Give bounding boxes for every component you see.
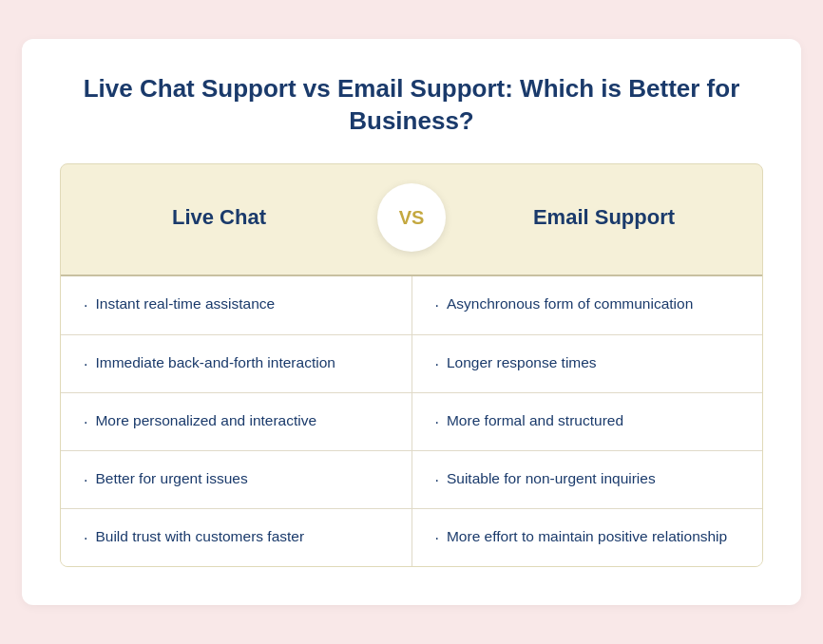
page-title: Live Chat Support vs Email Support: Whic… <box>60 73 763 138</box>
table-row: · Instant real-time assistance · Asynchr… <box>61 276 762 334</box>
table-row: · Immediate back-and-forth interaction ·… <box>61 335 762 393</box>
cell-text: Immediate back-and-forth interaction <box>95 352 335 373</box>
cell-content: · Immediate back-and-forth interaction <box>84 352 335 375</box>
cell-left-3: · More personalized and interactive <box>61 393 412 450</box>
cell-text: More personalized and interactive <box>95 410 316 431</box>
cell-left-5: · Build trust with customers faster <box>61 509 412 566</box>
cell-left-1: · Instant real-time assistance <box>61 276 412 333</box>
cell-content: · Instant real-time assistance <box>84 294 275 316</box>
cell-content: · More personalized and interactive <box>84 410 316 433</box>
cell-right-3: · More formal and structured <box>412 393 763 450</box>
cell-content: · More formal and structured <box>435 410 624 433</box>
cell-right-1: · Asynchronous form of communication <box>412 276 763 333</box>
cell-text: Build trust with customers faster <box>95 526 304 547</box>
bullet-icon: · <box>84 469 87 491</box>
cell-text: More formal and structured <box>447 410 623 431</box>
cell-left-4: · Better for urgent issues <box>61 451 412 508</box>
cell-content: · Build trust with customers faster <box>84 526 304 549</box>
table-header: Live Chat VS Email Support <box>61 164 762 275</box>
cell-text: Instant real-time assistance <box>95 294 275 314</box>
cell-content: · Longer response times <box>435 352 597 375</box>
email-support-header: Email Support <box>446 205 762 230</box>
table-body: · Instant real-time assistance · Asynchr… <box>61 275 762 566</box>
bullet-icon: · <box>435 411 439 433</box>
cell-right-2: · Longer response times <box>412 335 763 392</box>
bullet-icon: · <box>435 469 439 491</box>
bullet-icon: · <box>435 527 439 549</box>
cell-content: · Better for urgent issues <box>84 468 248 491</box>
cell-right-5: · More effort to maintain positive relat… <box>412 509 763 566</box>
comparison-table: Live Chat VS Email Support · Instant rea… <box>60 163 763 567</box>
cell-text: More effort to maintain positive relatio… <box>447 526 727 547</box>
cell-text: Asynchronous form of communication <box>447 294 693 314</box>
cell-text: Suitable for non-urgent inquiries <box>447 468 656 489</box>
cell-text: Longer response times <box>447 352 597 373</box>
cell-content: · Suitable for non-urgent inquiries <box>435 468 656 491</box>
bullet-icon: · <box>84 294 87 316</box>
bullet-icon: · <box>84 411 87 433</box>
main-card: Live Chat Support vs Email Support: Whic… <box>22 39 801 606</box>
bullet-icon: · <box>84 527 87 549</box>
cell-left-2: · Immediate back-and-forth interaction <box>61 335 412 392</box>
cell-content: · Asynchronous form of communication <box>435 294 694 316</box>
cell-text: Better for urgent issues <box>95 468 247 489</box>
vs-badge: VS <box>377 183 446 252</box>
table-row: · Better for urgent issues · Suitable fo… <box>61 451 762 509</box>
table-row: · More personalized and interactive · Mo… <box>61 393 762 451</box>
table-row: · Build trust with customers faster · Mo… <box>61 509 762 566</box>
cell-content: · More effort to maintain positive relat… <box>435 526 728 549</box>
bullet-icon: · <box>435 353 439 375</box>
live-chat-header: Live Chat <box>61 205 377 230</box>
bullet-icon: · <box>435 294 439 316</box>
bullet-icon: · <box>84 353 87 375</box>
cell-right-4: · Suitable for non-urgent inquiries <box>412 451 763 508</box>
